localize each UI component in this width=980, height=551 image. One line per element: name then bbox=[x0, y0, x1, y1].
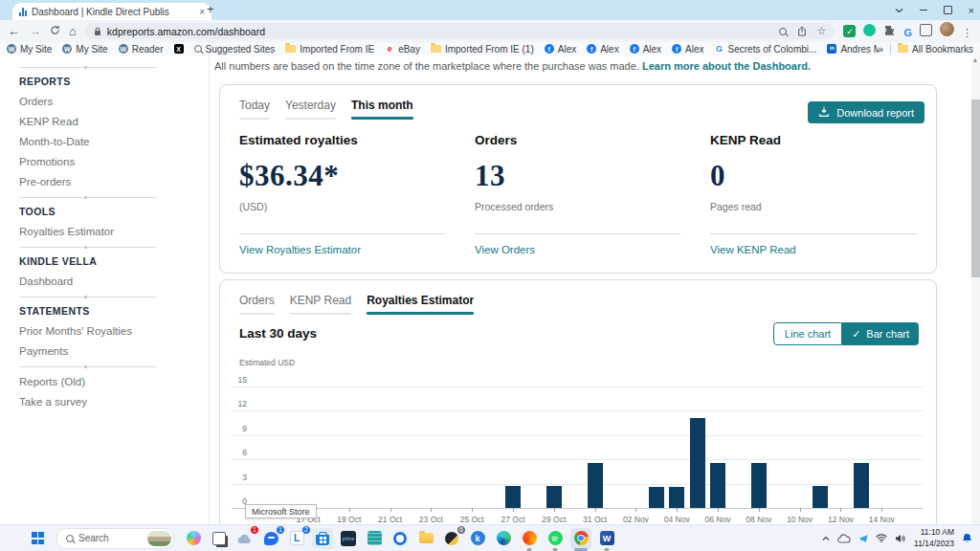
tab-close-icon[interactable]: × bbox=[199, 7, 205, 17]
chart-bar[interactable] bbox=[546, 486, 562, 508]
circle-green-icon[interactable] bbox=[863, 23, 876, 40]
back-button[interactable]: ← bbox=[8, 25, 20, 37]
microsoft-store-icon[interactable] bbox=[312, 528, 333, 549]
chrome-icon[interactable] bbox=[570, 528, 591, 549]
wifi-icon[interactable] bbox=[876, 534, 887, 542]
home-button[interactable]: ⌂ bbox=[69, 25, 77, 37]
brave-icon[interactable] bbox=[519, 528, 540, 549]
sidebar-divider bbox=[19, 197, 156, 198]
sidebar-item-reports-old[interactable]: Reports (Old) bbox=[19, 376, 209, 387]
bookmark-item[interactable]: Imported From IE (1) bbox=[431, 44, 534, 55]
notification-bell-icon[interactable] bbox=[962, 533, 972, 544]
bookmark-item[interactable]: X bbox=[174, 44, 184, 54]
tray-chevron-icon[interactable] bbox=[822, 536, 830, 541]
sidebar-item-month-to-date[interactable]: Month-to-Date bbox=[19, 136, 209, 147]
bookmark-item[interactable]: Suggested Sites bbox=[194, 44, 276, 55]
bookmark-item[interactable]: fAlex bbox=[672, 44, 703, 55]
bookmark-item[interactable]: GSecrets of Colombi... bbox=[715, 44, 817, 55]
system-tray: 11:10 AM 11/14/2023 bbox=[822, 527, 980, 548]
reload-button[interactable] bbox=[50, 25, 60, 37]
chart-bar[interactable] bbox=[669, 487, 684, 508]
volume-icon[interactable] bbox=[895, 534, 906, 543]
link-view-orders[interactable]: View Orders bbox=[475, 244, 691, 255]
profile-avatar[interactable] bbox=[940, 22, 954, 40]
spotify-icon[interactable] bbox=[545, 528, 566, 549]
browser-tab[interactable]: Dashboard | Kindle Direct Publis × bbox=[12, 3, 212, 20]
bookmark-item[interactable]: eeBay bbox=[385, 44, 420, 55]
x-axis-tick bbox=[431, 508, 432, 512]
bookmark-star-icon[interactable]: ☆ bbox=[817, 26, 827, 36]
bookmark-item[interactable]: WReader bbox=[119, 44, 164, 55]
bookmarks-overflow-icon[interactable]: » bbox=[879, 44, 884, 55]
checkbox-green-icon[interactable]: ✓ bbox=[843, 25, 856, 37]
download-report-button[interactable]: Download report bbox=[808, 101, 924, 123]
chart-bar[interactable] bbox=[751, 463, 767, 508]
blue-circle-app-icon[interactable] bbox=[390, 528, 411, 549]
zoom-icon[interactable] bbox=[779, 28, 787, 35]
bookmark-item[interactable]: fAlex bbox=[545, 44, 576, 55]
chart-bar[interactable] bbox=[710, 463, 725, 508]
link-view-kenp-read[interactable]: View KENP Read bbox=[710, 244, 926, 255]
telegram-icon[interactable] bbox=[858, 534, 868, 543]
learn-more-link[interactable]: Learn more about the Dashboard. bbox=[642, 60, 811, 72]
chart-bar[interactable] bbox=[854, 463, 869, 508]
taskbar-search-input[interactable]: Search bbox=[56, 528, 174, 549]
sidebar-item-orders[interactable]: Orders bbox=[19, 96, 209, 107]
app-badge-icon[interactable]: 6 bbox=[441, 528, 462, 549]
scrollbar-up-arrow-icon[interactable] bbox=[973, 58, 977, 62]
linkedin-l-icon[interactable]: L2 bbox=[286, 528, 307, 549]
chart-bar[interactable] bbox=[690, 418, 705, 508]
bookmark-item[interactable]: fAlex bbox=[587, 44, 618, 55]
puzzle-icon[interactable] bbox=[883, 23, 896, 40]
g-letter-icon[interactable]: G bbox=[903, 23, 912, 40]
new-tab-button[interactable]: + bbox=[207, 2, 214, 16]
chart-bar[interactable] bbox=[588, 463, 603, 508]
sidebar-item-prior-months-royalties[interactable]: Prior Months' Royalties bbox=[19, 325, 209, 337]
task-view-icon[interactable] bbox=[209, 528, 230, 549]
chat-icon[interactable]: 1 bbox=[260, 528, 281, 549]
menu-dots-icon[interactable]: ⋮ bbox=[962, 23, 972, 40]
sidebar-item-dashboard[interactable]: Dashboard bbox=[19, 276, 209, 287]
page-scrollbar[interactable] bbox=[971, 55, 980, 525]
sidebar-item-payments[interactable]: Payments bbox=[19, 345, 209, 357]
scrollbar-thumb[interactable] bbox=[971, 99, 980, 277]
taskbar-clock[interactable]: 11:10 AM 11/14/2023 bbox=[914, 527, 954, 548]
sidebar-item-take-a-survey[interactable]: Take a survey bbox=[19, 396, 209, 408]
file-explorer-icon[interactable] bbox=[415, 528, 436, 549]
bookmark-item[interactable]: fAlex bbox=[630, 44, 661, 55]
edge-icon[interactable] bbox=[493, 528, 514, 549]
sidebar-item-kenp-read[interactable]: KENP Read bbox=[19, 116, 209, 127]
bookmark-item[interactable]: WMy Site bbox=[62, 44, 107, 55]
chart-bar[interactable] bbox=[813, 486, 828, 508]
weather-icon[interactable]: 1 bbox=[234, 528, 256, 549]
prime-video-icon[interactable]: prime bbox=[338, 528, 359, 549]
share-icon[interactable] bbox=[797, 23, 807, 40]
link-view-royalties-estimator[interactable]: View Royalties Estimator bbox=[239, 244, 456, 255]
all-bookmarks-button[interactable]: All Bookmarks bbox=[898, 44, 973, 55]
window-close-button[interactable]: × bbox=[969, 5, 974, 16]
bookmark-item[interactable]: inAndres Mejia | Link... bbox=[827, 44, 878, 55]
chart-bar[interactable] bbox=[649, 487, 664, 508]
sidebar-item-royalties-estimator[interactable]: Royalties Estimator bbox=[19, 226, 209, 237]
start-icon[interactable] bbox=[27, 528, 48, 549]
teal-app-icon[interactable] bbox=[364, 528, 385, 549]
reading-list-icon[interactable] bbox=[920, 23, 932, 40]
window-minimize-button[interactable] bbox=[920, 10, 927, 11]
forward-button[interactable]: → bbox=[29, 25, 41, 37]
chart-bar[interactable] bbox=[505, 486, 521, 508]
window-maximize-button[interactable] bbox=[944, 6, 952, 14]
bookmark-item[interactable]: Imported From IE bbox=[285, 44, 374, 55]
k-app-icon[interactable]: k bbox=[467, 528, 488, 549]
tab-today[interactable]: Today bbox=[239, 99, 270, 120]
address-bar[interactable]: kdpreports.amazon.com/dashboard ☆ bbox=[85, 23, 835, 39]
word-icon[interactable]: W bbox=[596, 528, 617, 549]
bookmark-item[interactable]: WMy Site bbox=[7, 44, 52, 55]
tab-yesterday[interactable]: Yesterday bbox=[285, 99, 336, 120]
sidebar-item-promotions[interactable]: Promotions bbox=[19, 156, 209, 167]
sidebar-item-pre-orders[interactable]: Pre-orders bbox=[19, 176, 209, 187]
onedrive-cloud-icon[interactable] bbox=[837, 534, 851, 543]
chart-gridline bbox=[232, 484, 923, 485]
copilot-icon[interactable] bbox=[183, 528, 204, 549]
tab-this-month[interactable]: This month bbox=[351, 99, 413, 120]
chevron-down-icon[interactable] bbox=[895, 8, 903, 13]
